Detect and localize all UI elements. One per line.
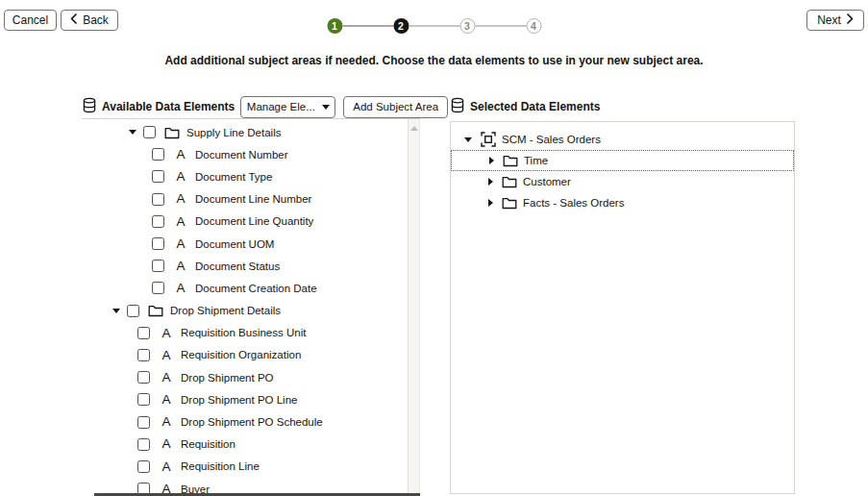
- selected-panel-title: Selected Data Elements: [470, 100, 600, 113]
- attribute-icon: A: [159, 415, 174, 429]
- attribute-icon: A: [173, 282, 188, 295]
- collapse-arrow-icon[interactable]: [464, 137, 472, 142]
- folder-icon: [148, 304, 163, 317]
- tree-item-document-line-number[interactable]: ADocument Line Number: [82, 188, 407, 211]
- vertical-scrollbar[interactable]: [408, 119, 420, 493]
- tree-item-time[interactable]: Time: [451, 150, 794, 171]
- tree-item-label: Drop Shipment PO Line: [181, 394, 297, 406]
- checkbox[interactable]: [137, 371, 150, 384]
- add-subject-area-wizard: Cancel Back Next 1234 Add additional sub…: [0, 0, 868, 496]
- scroll-up-icon[interactable]: [410, 126, 418, 131]
- tree-item-document-type[interactable]: ADocument Type: [82, 165, 407, 187]
- tree-item-drop-shipment-po[interactable]: ADrop Shipment PO: [82, 366, 407, 388]
- cancel-button-label: Cancel: [12, 13, 48, 27]
- available-panel-header: Available Data Elements Manage Ele... Ad…: [82, 95, 420, 118]
- back-button[interactable]: Back: [61, 10, 118, 31]
- selected-panel-header: Selected Data Elements: [450, 95, 795, 118]
- attribute-icon: A: [159, 483, 174, 493]
- tree-item-label: Document Type: [195, 171, 272, 183]
- expand-arrow-icon[interactable]: [488, 178, 493, 186]
- available-tree: Supply Line DetailsADocument NumberADocu…: [82, 121, 407, 493]
- collapse-arrow-icon[interactable]: [129, 130, 136, 135]
- tree-item-label: Document Line Quantity: [195, 215, 313, 227]
- tree-item-label: Requisition Business Unit: [181, 327, 306, 338]
- attribute-icon: A: [173, 237, 188, 251]
- tree-item-document-number[interactable]: ADocument Number: [82, 143, 407, 165]
- add-subject-area-button[interactable]: Add Subject Area: [343, 96, 448, 118]
- tree-item-label: Drop Shipment PO Schedule: [181, 416, 323, 428]
- tree-item-supply-line-details[interactable]: Supply Line Details: [82, 121, 407, 143]
- folder-icon: [503, 154, 518, 167]
- checkbox[interactable]: [137, 327, 150, 339]
- chevron-right-icon: [847, 13, 854, 27]
- checkbox[interactable]: [137, 460, 150, 473]
- tree-item-label: Document UOM: [195, 238, 274, 250]
- checkbox[interactable]: [152, 282, 164, 294]
- checkbox[interactable]: [137, 438, 150, 451]
- checkbox[interactable]: [152, 193, 164, 206]
- attribute-icon: A: [159, 460, 174, 474]
- tree-item-facts-sales-orders[interactable]: Facts - Sales Orders: [451, 192, 794, 213]
- folder-icon: [502, 196, 517, 210]
- tree-item-label: Buyer: [181, 484, 210, 493]
- tree-item-label: Drop Shipment Details: [170, 305, 281, 316]
- checkbox[interactable]: [152, 215, 164, 228]
- checkbox[interactable]: [137, 416, 150, 429]
- tree-item-customer[interactable]: Customer: [451, 171, 794, 192]
- checkbox[interactable]: [127, 305, 139, 317]
- expand-arrow-icon[interactable]: [488, 199, 493, 207]
- tree-item-label: Customer: [523, 176, 571, 187]
- wizard-stepper: 1234: [327, 18, 541, 34]
- folder-icon: [164, 126, 180, 139]
- checkbox[interactable]: [152, 237, 164, 250]
- step-4-indicator: 4: [526, 18, 541, 34]
- step-3-indicator: 3: [459, 18, 475, 34]
- attribute-icon: A: [173, 170, 188, 184]
- next-button-label: Next: [817, 13, 841, 27]
- subject-area-icon: [481, 132, 496, 147]
- stepper-connector: [475, 25, 526, 27]
- cancel-button[interactable]: Cancel: [4, 10, 57, 31]
- attribute-icon: A: [173, 148, 188, 161]
- selected-tree: SCM - Sales OrdersTimeCustomerFacts - Sa…: [450, 121, 795, 494]
- tree-item-drop-shipment-details[interactable]: Drop Shipment Details: [82, 300, 407, 322]
- tree-item-document-creation-date[interactable]: ADocument Creation Date: [82, 277, 407, 299]
- attribute-icon: A: [159, 327, 174, 340]
- tree-item-label: Requisition Organization: [181, 349, 301, 360]
- checkbox[interactable]: [152, 170, 164, 183]
- tree-item-scm-sales-orders[interactable]: SCM - Sales Orders: [451, 129, 794, 150]
- tree-item-label: Drop Shipment PO: [181, 372, 274, 384]
- manage-elements-label: Manage Ele...: [247, 101, 315, 112]
- tree-item-requisition-business-unit[interactable]: ARequisition Business Unit: [82, 322, 407, 344]
- checkbox[interactable]: [143, 126, 156, 138]
- checkbox[interactable]: [152, 260, 164, 272]
- available-data-elements-panel: Available Data Elements Manage Ele... Ad…: [82, 95, 420, 496]
- step-2-indicator: 2: [393, 18, 409, 34]
- database-icon: [82, 97, 97, 116]
- tree-item-document-uom[interactable]: ADocument UOM: [82, 233, 407, 255]
- tree-item-requisition-organization[interactable]: ARequisition Organization: [82, 344, 407, 366]
- tree-item-requisition[interactable]: ARequisition: [82, 434, 407, 456]
- available-panel-title: Available Data Elements: [102, 100, 235, 113]
- checkbox[interactable]: [137, 393, 150, 406]
- checkbox[interactable]: [152, 148, 164, 161]
- tree-item-label: Time: [524, 155, 548, 166]
- back-button-label: Back: [83, 13, 109, 27]
- tree-item-drop-shipment-po-schedule[interactable]: ADrop Shipment PO Schedule: [82, 410, 407, 433]
- attribute-icon: A: [173, 215, 188, 229]
- next-button[interactable]: Next: [806, 10, 864, 31]
- collapse-arrow-icon[interactable]: [112, 309, 120, 313]
- tree-item-label: Document Status: [195, 260, 280, 272]
- database-icon: [450, 97, 465, 116]
- tree-item-buyer[interactable]: ABuyer: [82, 478, 407, 493]
- expand-arrow-icon[interactable]: [489, 157, 494, 164]
- tree-item-requisition-line[interactable]: ARequisition Line: [82, 456, 407, 478]
- tree-item-document-status[interactable]: ADocument Status: [82, 255, 407, 277]
- checkbox[interactable]: [137, 483, 150, 493]
- attribute-icon: A: [159, 393, 174, 407]
- tree-item-drop-shipment-po-line[interactable]: ADrop Shipment PO Line: [82, 388, 407, 410]
- tree-item-label: Document Number: [195, 149, 288, 161]
- tree-item-document-line-quantity[interactable]: ADocument Line Quantity: [82, 211, 407, 233]
- checkbox[interactable]: [137, 349, 150, 361]
- manage-elements-dropdown-button[interactable]: Manage Ele...: [240, 96, 335, 118]
